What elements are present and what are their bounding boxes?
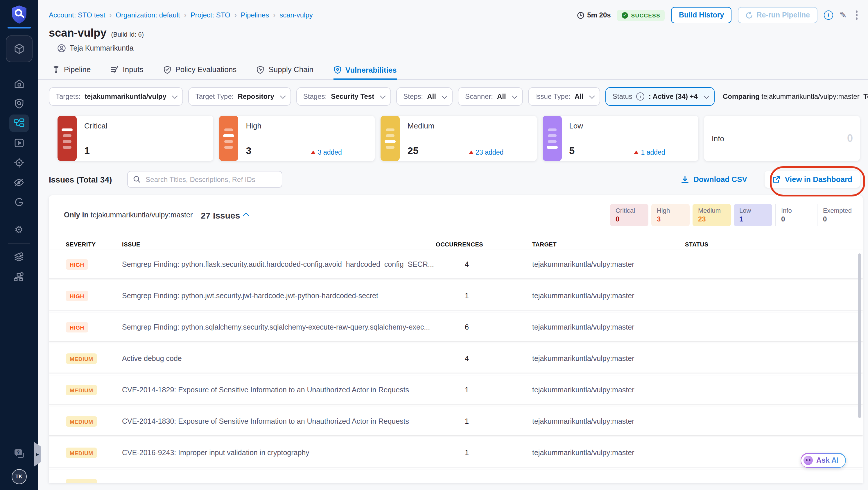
severity-badge: MEDIUM (66, 417, 97, 427)
breadcrumb-separator: › (273, 11, 275, 19)
eye-off-icon (13, 177, 24, 188)
vulnerabilities-shield-lock-icon (333, 66, 341, 74)
supply-chain-shield-icon (256, 65, 265, 73)
filter-targets[interactable]: Targets:tejakummarikuntla/vulpy (49, 87, 183, 106)
help-chat-icon[interactable]: ? (12, 448, 25, 460)
high-card: High 3 3 added (219, 116, 375, 161)
sidebar-item-baselines[interactable] (9, 193, 29, 211)
occurrences-count: 1 (436, 386, 532, 394)
download-csv-button[interactable]: Download CSV (681, 175, 747, 184)
search-input[interactable] (144, 175, 276, 184)
severity-badge: HIGH (66, 259, 88, 270)
sidebar-item-org-resources[interactable] (9, 268, 29, 285)
issue-title: Semgrep Finding: python.flask.security.a… (122, 260, 436, 268)
breadcrumb-project[interactable]: Project: STO (191, 11, 230, 19)
filter-target-type[interactable]: Target Type:Repository (189, 87, 291, 106)
target-name: tejakummarikuntla/vulpy:master (532, 323, 685, 331)
table-row[interactable]: MEDIUM CVE-2016-9243: Improper input val… (49, 438, 863, 467)
tab-inputs[interactable]: Inputs (111, 65, 144, 79)
table-row[interactable]: HIGH Semgrep Finding: python.flask.secur… (49, 250, 863, 278)
ask-ai-button[interactable]: Ask AI (800, 453, 846, 468)
issue-title: Semgrep Finding: python.sqlalchemy.secur… (122, 323, 436, 331)
target-crosshair-icon (14, 157, 24, 168)
table-scrollbar[interactable] (858, 253, 861, 418)
sidebar-item-executions[interactable] (9, 134, 29, 152)
user-icon (58, 44, 66, 52)
edit-pencil-icon[interactable]: ✎ (840, 10, 847, 20)
breadcrumb-organization[interactable]: Organization: default (116, 11, 180, 19)
sidebar-item-test-targets[interactable] (9, 95, 29, 112)
table-row[interactable]: HIGH Semgrep Finding: python.sqlalchemy.… (49, 313, 863, 341)
chevron-down-icon (380, 93, 386, 98)
rerun-pipeline-button[interactable]: Re-run Pipeline (738, 7, 817, 23)
info-icon: i (637, 92, 645, 100)
issues-total-title: Issues (Total 34) (49, 175, 112, 184)
sidebar-item-exemptions[interactable] (9, 174, 29, 191)
severity-badge: MEDIUM (66, 448, 97, 458)
shield-search-icon (14, 98, 24, 109)
table-row[interactable]: MEDIUM (49, 470, 863, 483)
user-avatar[interactable]: TK (11, 469, 26, 484)
table-row[interactable]: MEDIUM CVE-2014-1830: Exposure of Sensit… (49, 407, 863, 435)
left-nav-sidebar: ⚙ (0, 0, 38, 490)
occurrences-count: 4 (436, 354, 532, 362)
sidebar-item-default-settings[interactable] (9, 248, 29, 266)
breadcrumb-pipeline-name[interactable]: scan-vulpy (279, 11, 313, 19)
chevron-down-icon (589, 93, 595, 98)
medium-gauge-icon (381, 116, 400, 161)
target-name: tejakummarikuntla/vulpy:master (532, 386, 685, 394)
pill-high: High3 (652, 204, 690, 226)
sidebar-item-home[interactable] (9, 75, 29, 92)
issues-group-header: Only in tejakummarikuntla/vulpy:master 2… (49, 204, 863, 226)
page: ⚙ (0, 0, 868, 490)
issue-title: CVE-2014-1829: Exposure of Sensitive Inf… (122, 386, 436, 394)
chevron-down-icon (442, 93, 448, 98)
tab-pipeline[interactable]: Pipeline (52, 65, 91, 79)
more-options-menu[interactable] (853, 9, 860, 21)
issues-search[interactable] (127, 171, 282, 188)
filter-issue-type[interactable]: Issue Type:All (528, 87, 600, 106)
info-icon[interactable]: i (824, 10, 833, 20)
layers-gear-icon (13, 251, 24, 263)
group-issue-count[interactable]: 27 Issues (201, 210, 249, 220)
tab-bar: Pipeline Inputs Policy Evaluations (38, 59, 868, 80)
added-indicator: 3 added (311, 149, 342, 156)
tab-supply-chain[interactable]: Supply Chain (256, 65, 313, 79)
issue-title: Semgrep Finding: python.jwt.security.jwt… (122, 292, 436, 300)
issue-title: CVE-2016-9243: Improper input validation… (122, 449, 436, 457)
comparing-label: Comparing tejakummarikuntla/vulpy:master… (723, 92, 868, 100)
build-history-button[interactable]: Build History (671, 7, 732, 23)
table-row[interactable]: HIGH Semgrep Finding: python.jwt.securit… (49, 281, 863, 310)
view-in-dashboard-button[interactable]: View in Dashboard (765, 171, 860, 188)
target-name: tejakummarikuntla/vulpy:master (532, 260, 685, 268)
breadcrumb-account[interactable]: Account: STO test (49, 11, 105, 19)
breadcrumb: Account: STO test › Organization: defaul… (49, 11, 313, 19)
pipeline-tab-icon (52, 65, 60, 73)
breadcrumb-pipelines[interactable]: Pipelines (241, 11, 269, 19)
module-selector-button[interactable] (5, 35, 32, 62)
issue-title: Active debug code (122, 354, 436, 362)
filter-steps[interactable]: Steps:All (396, 87, 453, 106)
breadcrumb-separator: › (109, 11, 112, 19)
tab-policy-evaluations[interactable]: Policy Evaluations (163, 65, 237, 79)
added-indicator: 23 added (469, 149, 503, 156)
search-icon (133, 176, 140, 183)
breadcrumb-separator: › (235, 11, 237, 19)
medium-card: Medium 25 23 added (381, 116, 536, 161)
sidebar-item-pipelines[interactable] (9, 115, 29, 132)
sidebar-item-settings[interactable]: ⚙ (9, 221, 29, 238)
filter-stages[interactable]: Stages:Security Test (296, 87, 391, 106)
table-row[interactable]: MEDIUM CVE-2014-1829: Exposure of Sensit… (49, 375, 863, 404)
sto-logo-icon[interactable] (10, 5, 28, 24)
pipelines-icon (13, 118, 25, 128)
pill-critical: Critical0 (610, 204, 649, 226)
sidebar-item-targets[interactable] (9, 154, 29, 172)
filter-status[interactable]: Status i : Active (34) +4 (606, 87, 715, 106)
low-card: Low 5 1 added (542, 116, 698, 161)
tab-vulnerabilities[interactable]: Vulnerabilities (333, 65, 397, 80)
occurrences-count: 1 (436, 449, 532, 457)
severity-badge: MEDIUM (66, 385, 97, 396)
filter-scanner[interactable]: Scanner:All (458, 87, 523, 106)
target-name: tejakummarikuntla/vulpy:master (532, 417, 685, 425)
table-row[interactable]: MEDIUM Active debug code 4 tejakummariku… (49, 344, 863, 373)
